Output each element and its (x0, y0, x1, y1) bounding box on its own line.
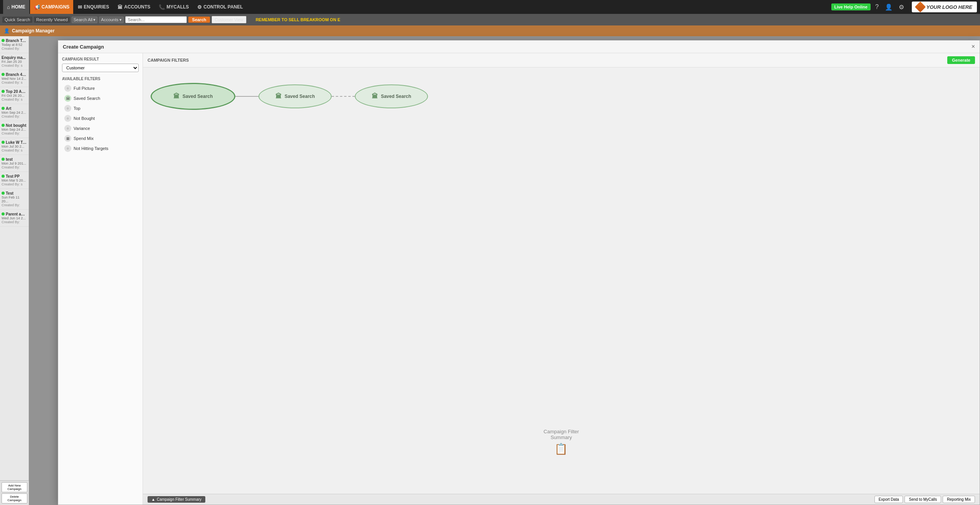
modal-footer: ▲ Campaign Filter Summary Export Data Se… (143, 494, 980, 505)
accounts-icon: 🏛 (117, 4, 123, 10)
right-panel: CAMPAIGN FILTERS Generate 🏛 Saved Search (143, 53, 980, 505)
search-bar: Quick Search Recently Viewed Search All … (0, 14, 980, 25)
nav-campaigns[interactable]: 📢 CAMPAIGNS (30, 0, 73, 14)
connector-1 (332, 96, 355, 97)
settings-icon[interactable]: ⚙ (897, 3, 906, 12)
mycalls-icon: 📞 (159, 4, 165, 10)
filters-canvas: 🏛 Saved Search 🏛 Saved Search (143, 67, 980, 494)
filter-saved-search[interactable]: 🏛 Saved Search (62, 93, 139, 103)
filter-summary-clipboard-icon: 📋 (544, 443, 579, 455)
right-panel-header: CAMPAIGN FILTERS Generate (143, 53, 980, 67)
filter-variance[interactable]: ○ Variance (62, 123, 139, 133)
logo-area: YOUR LOGO HERE (912, 2, 977, 12)
sidebar-item-2[interactable]: Branch 4 Ac... Wed Nov 14 2... Created B… (0, 70, 29, 87)
bg-content: Create Campaign × CAMPAIGN RESULT Custom… (29, 36, 980, 505)
top-icon: ○ (64, 105, 71, 112)
nav-mycalls[interactable]: 📞 MYCALLS (155, 0, 193, 14)
nav-right: Live Help Online ? 👤 ⚙ YOUR LOGO HERE (831, 2, 977, 12)
result-select-row: Customer Product Contact (62, 64, 139, 72)
sidebar-item-8[interactable]: Test PP Mon Mar 5 20... Created By: s (0, 172, 29, 189)
filter-summary-btn[interactable]: ▲ Campaign Filter Summary (148, 496, 205, 503)
saved-search-node-0[interactable]: 🏛 Saved Search (151, 83, 235, 110)
recently-viewed-btn[interactable]: Recently Viewed (34, 17, 70, 23)
enquiries-icon: ✉ (78, 4, 82, 10)
campaign-manager-bar: 👤 Campaign Manager (0, 25, 980, 36)
filter-summary-title: Campaign Filter (544, 429, 579, 434)
reporting-mix-btn[interactable]: Reporting Mix (943, 496, 975, 503)
delete-campaign-btn[interactable]: Delete Campaign (2, 493, 27, 503)
nav-accounts[interactable]: 🏛 ACCOUNTS (114, 0, 154, 14)
sidebar: Branch Test Today at 8:52 Created By: En… (0, 36, 29, 505)
sidebar-item-0[interactable]: Branch Test Today at 8:52 Created By: (0, 36, 29, 53)
filter-top[interactable]: ○ Top (62, 103, 139, 113)
filter-not-hitting-targets[interactable]: ○ Not Hitting Targets (62, 143, 139, 153)
sidebar-item-1[interactable]: Enquiry ma... Fri Jan 25 20 Created By: … (0, 53, 29, 70)
nav-enquiries[interactable]: ✉ ENQUIRIES (74, 0, 113, 14)
not-bought-icon: ○ (64, 115, 71, 122)
filter-not-bought[interactable]: ○ Not Bought (62, 113, 139, 123)
saved-search-node-1[interactable]: 🏛 Saved Search (258, 84, 332, 108)
main-layout: Branch Test Today at 8:52 Created By: En… (0, 36, 980, 505)
nodes-row: 🏛 Saved Search 🏛 Saved Search (151, 83, 972, 110)
send-to-mycalls-btn[interactable]: Send to MyCalls (904, 496, 941, 503)
add-campaign-btn[interactable]: Add New Campaign (2, 482, 27, 492)
controlpanel-icon: ⚙ (197, 4, 202, 10)
node-bank-icon-2: 🏛 (372, 93, 378, 100)
logo-diamond-icon (915, 2, 926, 12)
top-nav: ⌂ HOME 📢 CAMPAIGNS ✉ ENQUIRIES 🏛 ACCOUNT… (0, 0, 980, 14)
filter-full-picture[interactable]: ○ Full Picture (62, 83, 139, 93)
node-bank-icon-1: 🏛 (275, 93, 282, 100)
modal-header: Create Campaign × (58, 40, 980, 53)
available-filters-label: AVAILABLE FILTERS (62, 77, 139, 81)
sidebar-item-9[interactable]: Test Sun Feb 11 20... Created By: (0, 189, 29, 210)
cm-title: Campaign Manager (12, 28, 55, 34)
search-go-btn[interactable]: Search (188, 17, 210, 23)
campaign-result-label: CAMPAIGN RESULT (62, 57, 139, 61)
modal-close-btn[interactable]: × (972, 44, 975, 50)
live-help-badge: Live Help Online (831, 3, 871, 10)
connector-0 (235, 96, 258, 97)
create-campaign-modal: Create Campaign × CAMPAIGN RESULT Custom… (58, 40, 980, 505)
quick-search-btn[interactable]: Quick Search (2, 17, 32, 23)
sidebar-item-4[interactable]: Art Mon Sep 24 2... Created By: (0, 104, 29, 121)
sidebar-item-10[interactable]: Parent acco... Wed Jun 14 2... Created B… (0, 210, 29, 227)
sidebar-item-7[interactable]: test Mon Jul 9 201... Created By: (0, 155, 29, 172)
up-arrow-icon: ▲ (151, 497, 155, 502)
variance-icon: ○ (64, 125, 71, 132)
result-select[interactable]: Customer Product Contact (62, 64, 139, 72)
modal-body: CAMPAIGN RESULT Customer Product Contact… (58, 53, 980, 505)
spend-mix-icon: ▦ (64, 135, 71, 142)
sidebar-item-6[interactable]: Luke W Targ... Mon Jul 30 2... Created B… (0, 138, 29, 155)
campaigns-icon: 📢 (34, 4, 40, 10)
filter-summary-subtitle: Summary (544, 434, 579, 440)
accounts-dropdown[interactable]: Accounts ▾ (99, 17, 123, 23)
generate-btn[interactable]: Generate (947, 56, 975, 64)
left-panel: CAMPAIGN RESULT Customer Product Contact… (58, 53, 143, 505)
nav-home[interactable]: ⌂ HOME (3, 0, 29, 14)
help-icon[interactable]: ? (874, 3, 880, 11)
saved-search-node-2[interactable]: 🏛 Saved Search (355, 84, 428, 108)
marquee-text: REMEMBER TO SELL BREAKROOM ON E (248, 17, 341, 22)
chevron-down-icon: ▾ (93, 17, 96, 22)
filter-summary-center: Campaign Filter Summary 📋 (544, 429, 579, 455)
export-data-btn[interactable]: Export Data (874, 496, 903, 503)
search-input[interactable] (125, 16, 187, 23)
campaign-filters-title: CAMPAIGN FILTERS (148, 58, 189, 62)
modal-title: Create Campaign (63, 44, 104, 50)
chevron-down-icon2: ▾ (119, 17, 122, 22)
cm-user-icon: 👤 (4, 28, 10, 34)
full-picture-icon: ○ (64, 85, 71, 92)
home-icon: ⌂ (7, 4, 10, 10)
not-hitting-targets-icon: ○ (64, 145, 71, 152)
nav-controlpanel[interactable]: ⚙ CONTROL PANEL (193, 0, 247, 14)
footer-action-btns: Export Data Send to MyCalls Reporting Mi… (874, 496, 975, 503)
sidebar-item-5[interactable]: Not bought Mon Sep 24 2... Created By: (0, 121, 29, 138)
filter-spend-mix[interactable]: ▦ Spend Mix (62, 133, 139, 143)
search-all-dropdown[interactable]: Search All ▾ (72, 17, 98, 23)
sidebar-item-3[interactable]: Top 20 Acc... Fri Oct 26 20... Created B… (0, 87, 29, 104)
user-icon[interactable]: 👤 (883, 3, 894, 12)
node-bank-icon-0: 🏛 (173, 93, 180, 100)
saved-search-icon: 🏛 (64, 95, 71, 102)
customer-view-btn[interactable]: Customer View (211, 16, 246, 24)
